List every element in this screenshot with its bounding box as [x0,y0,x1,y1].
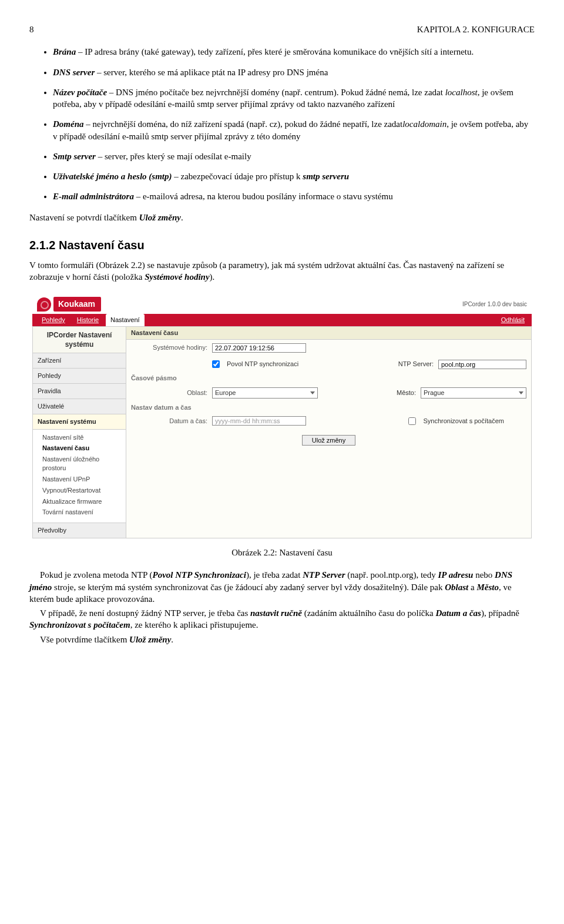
list-item: E-mail administrátora – e-mailová adresa… [53,190,535,202]
figure-caption: Obrázek 2.2: Nastavení času [29,547,535,558]
app-topbar: Koukaam IPCorder 1.0.0 dev basic [32,294,532,314]
logo-icon [37,297,51,312]
sync-pc-checkbox[interactable] [408,417,416,425]
brand-logo: Koukaam [37,297,101,312]
region-select[interactable]: Europe [212,387,318,399]
system-clock-label: Systémové hodiny: [131,343,207,352]
ntp-enable-label: Povol NTP synchronizaci [227,360,298,369]
city-label: Město: [397,389,416,397]
list-item: DNS server – server, kterého se má aplik… [53,66,535,78]
chapter-title: KAPITOLA 2. KONFIGURACE [417,24,535,35]
sidebar-item-users[interactable]: Uživatelé [32,399,126,414]
ntp-server-label: NTP Server: [398,360,434,369]
timezone-heading: Časové pásmo [126,373,531,384]
definition-list: Brána – IP adresa brány (také gateway), … [29,46,535,202]
ntp-enable-checkbox[interactable] [212,360,220,368]
subnav-firmware[interactable]: Aktualizace firmware [42,496,123,507]
screenshot-panel: Koukaam IPCorder 1.0.0 dev basic Pohledy… [32,294,532,538]
chevron-down-icon [310,391,315,394]
logout-link[interactable]: Odhlásit [499,314,527,326]
tab-history[interactable]: Historie [72,314,103,326]
subnav-time[interactable]: Nastavení času [42,443,123,454]
datetime-heading: Nastav datum a čas [126,402,531,413]
tab-settings[interactable]: Nastavení [106,314,145,326]
region-label: Oblast: [131,389,207,397]
list-item: Název počítače – DNS jméno počítače bez … [53,86,535,111]
section-heading: 2.1.2 Nastavení času [29,237,535,253]
subnav-factory[interactable]: Tovární nastavení [42,507,123,518]
logo-text: Koukaam [53,297,101,312]
ntp-server-field[interactable] [438,360,526,369]
chevron-down-icon [519,391,523,394]
main-tabs: Pohledy Historie Nastavení Odhlásit [32,314,532,326]
list-item: Brána – IP adresa brány (také gateway), … [53,46,535,58]
version-label: IPCorder 1.0.0 dev basic [462,300,527,309]
sidebar-title: IPCorder Nastavení systému [32,326,126,353]
sidebar-subnav: Nastavení sítě Nastavení času Nastavení … [32,430,126,524]
sidebar: IPCorder Nastavení systému Zařízení Pohl… [32,326,126,538]
subnav-storage[interactable]: Nastavení úložného prostoru [42,454,123,474]
system-clock-field[interactable] [212,343,306,353]
paragraph: V případě, že není dostupný žádný NTP se… [29,607,535,631]
datetime-label: Datum a čas: [131,417,207,426]
sidebar-item-devices[interactable]: Zařízení [32,353,126,369]
subnav-network[interactable]: Nastavení sítě [42,432,123,443]
sidebar-item-prefs[interactable]: Předvolby [32,523,126,538]
paragraph: V tomto formuláři (Obrázek 2.2) se nasta… [29,259,535,283]
paragraph: Pokud je zvolena metoda NTP (Povol NTP S… [29,569,535,605]
paragraph: Vše potvrdíme tlačítkem Ulož změny. [29,634,535,645]
datetime-field[interactable] [212,416,306,426]
save-button[interactable]: Ulož změny [302,435,355,446]
subnav-power[interactable]: Vypnout/Restartovat [42,485,123,496]
sidebar-item-rules[interactable]: Pravidla [32,384,126,399]
subnav-upnp[interactable]: Nastavení UPnP [42,474,123,485]
list-item: Doména – nejvrchnější doména, do níž zař… [53,118,535,142]
page-header: 8 KAPITOLA 2. KONFIGURACE [29,24,535,35]
list-item: Uživatelské jméno a heslo (smtp) – zabez… [53,170,535,182]
settings-content: Nastavení času Systémové hodiny: Povol N… [126,326,532,538]
city-select[interactable]: Prague [421,387,526,399]
paragraph: Nastavení se potvrdí tlačítkem Ulož změn… [29,212,535,223]
content-title: Nastavení času [126,327,531,340]
list-item: Smtp server – server, přes který se mají… [53,150,535,162]
sync-pc-label: Synchronizovat s počítačem [423,417,504,426]
sidebar-item-views[interactable]: Pohledy [32,369,126,384]
sidebar-item-system[interactable]: Nastavení systému [32,414,126,430]
page-number: 8 [29,24,34,35]
tab-views[interactable]: Pohledy [37,314,70,326]
